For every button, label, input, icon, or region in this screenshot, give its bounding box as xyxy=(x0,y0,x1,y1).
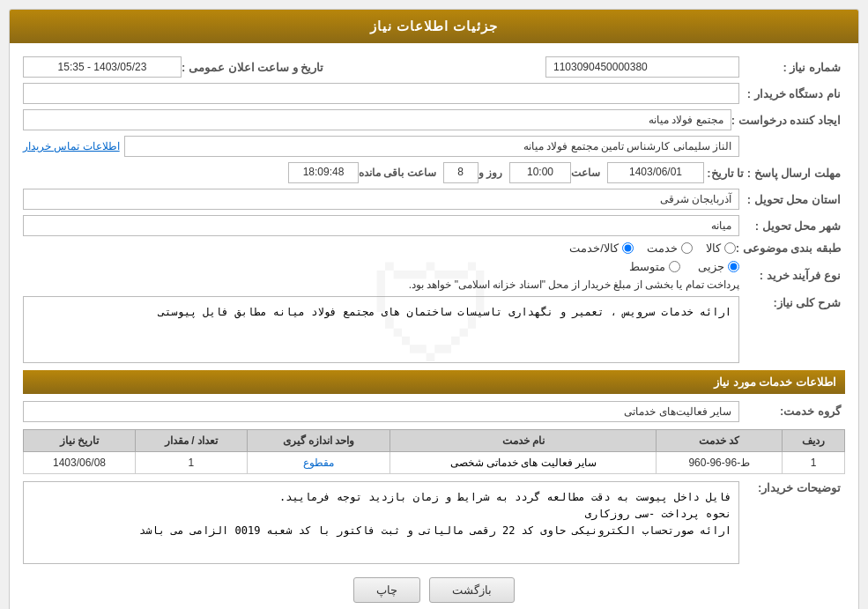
city-label: شهر محل تحویل : xyxy=(739,219,845,233)
purchase-type-motevaset-label: متوسط xyxy=(629,260,665,273)
category-option-kala-label: کالا xyxy=(706,241,721,255)
purchase-type-radios: جزیی متوسط xyxy=(23,260,739,273)
category-radio-group: کالا خدمت کالا/خدمت xyxy=(23,241,736,255)
category-label: طبقه بندی موضوعی : xyxy=(736,241,845,255)
page-title: جزئیات اطلاعات نیاز xyxy=(370,19,498,33)
category-row: طبقه بندی موضوعی : کالا خدمت کالا/خدمت xyxy=(23,241,845,255)
creator-value: مجتمع فولاد میانه xyxy=(23,109,731,130)
need-number-value: 1103090450000380 xyxy=(545,56,739,78)
service-group-value: سایر فعالیت‌های خدماتی xyxy=(23,401,739,422)
service-group-label: گروه خدمت: xyxy=(739,405,845,418)
creator-row: ایجاد کننده درخواست : مجتمع فولاد میانه xyxy=(23,109,845,130)
province-value: آذربایجان شرقی xyxy=(23,189,739,210)
category-option-kala-khedmat-label: کالا/خدمت xyxy=(569,241,619,255)
announcement-date-label: تاریخ و ساعت اعلان عمومی : xyxy=(182,61,328,74)
category-option-kala-khedmat[interactable]: کالا/خدمت xyxy=(569,241,634,255)
need-number-row: شماره نیاز : 1103090450000380 تاریخ و سا… xyxy=(23,56,845,78)
time-label: ساعت xyxy=(571,167,600,179)
creator-label: ایجاد کننده درخواست : xyxy=(731,114,845,127)
remaining-value: 18:09:48 xyxy=(288,162,359,183)
province-label: استان محل تحویل : xyxy=(739,193,845,206)
contact-link[interactable]: اطلاعات تماس خریدار xyxy=(23,140,120,152)
col-header-qty: تعداد / مقدار xyxy=(135,429,247,451)
deadline-date-value: 1403/06/01 xyxy=(607,162,704,183)
purchase-type-row: نوع فرآیند خرید : جزیی متوسط پرداخت تمام… xyxy=(23,260,845,291)
purchase-type-options: جزیی متوسط پرداخت تمام یا بخشی از مبلغ خ… xyxy=(23,260,739,291)
need-description-textarea[interactable] xyxy=(23,296,739,363)
purchase-note: پرداخت تمام یا بخشی از مبلغ خریدار از مح… xyxy=(23,279,739,291)
need-description-row: شرح کلی نیاز: xyxy=(23,296,845,363)
services-info-label: اطلاعات خدمات مورد نیاز xyxy=(714,375,836,389)
buyer-notes-row: توضیحات خریدار: xyxy=(23,481,845,565)
table-cell-row-num: 1 xyxy=(783,451,845,473)
category-option-khedmat[interactable]: خدمت xyxy=(647,241,693,255)
col-header-name: نام خدمت xyxy=(390,429,657,451)
creator-detail-value: الناز سلیمانی کارشناس تامین مجتمع فولاد … xyxy=(124,136,739,157)
category-option-khedmat-label: خدمت xyxy=(647,241,678,255)
day-value: 8 xyxy=(443,162,479,183)
purchase-type-motevaset[interactable]: متوسط xyxy=(629,260,680,273)
button-row: بازگشت چاپ xyxy=(23,573,845,607)
purchase-type-jozi[interactable]: جزیی xyxy=(698,260,739,273)
need-number-label: شماره نیاز : xyxy=(739,61,845,74)
col-header-date: تاریخ نیاز xyxy=(24,429,136,451)
category-option-kala[interactable]: کالا xyxy=(706,241,736,255)
col-header-row: ردیف xyxy=(783,429,845,451)
services-table: ردیف کد خدمت نام خدمت واحد اندازه گیری ت… xyxy=(23,429,845,474)
table-cell-service-code: ط-96-96-960 xyxy=(657,451,783,473)
service-group-row: گروه خدمت: سایر فعالیت‌های خدماتی xyxy=(23,401,845,422)
services-section-header: اطلاعات خدمات مورد نیاز xyxy=(23,370,845,394)
province-row: استان محل تحویل : آذربایجان شرقی xyxy=(23,189,845,210)
deadline-label: مهلت ارسال پاسخ : تا تاریخ: xyxy=(704,167,845,180)
table-cell-service-name: سایر فعالیت های خدماتی شخصی xyxy=(390,451,657,473)
city-value: میانه xyxy=(23,215,739,236)
buyer-notes-label: توضیحات خریدار: xyxy=(739,481,845,494)
table-row: 1 ط-96-96-960 سایر فعالیت های خدماتی شخص… xyxy=(24,451,845,473)
back-button[interactable]: بازگشت xyxy=(429,577,515,603)
page-header: جزئیات اطلاعات نیاز xyxy=(10,10,858,43)
buyer-org-value xyxy=(23,83,739,104)
deadline-row: مهلت ارسال پاسخ : تا تاریخ: 1403/06/01 س… xyxy=(23,162,845,183)
city-row: شهر محل تحویل : میانه xyxy=(23,215,845,236)
buyer-org-row: نام دستگاه خریدار : xyxy=(23,83,845,104)
col-header-unit: واحد اندازه گیری xyxy=(247,429,390,451)
purchase-type-jozi-label: جزیی xyxy=(698,260,724,273)
buyer-notes-textarea[interactable] xyxy=(23,481,739,565)
table-cell-quantity: 1 xyxy=(135,451,247,473)
time-value: 10:00 xyxy=(509,162,571,183)
table-cell-unit: مقطوع xyxy=(247,451,390,473)
purchase-type-label: نوع فرآیند خرید : xyxy=(739,269,845,282)
table-cell-date: 1403/06/08 xyxy=(24,451,136,473)
print-button[interactable]: چاپ xyxy=(353,577,420,603)
col-header-code: کد خدمت xyxy=(657,429,783,451)
announcement-date-value: 1403/05/23 - 15:35 xyxy=(23,56,182,78)
creator-detail-row: الناز سلیمانی کارشناس تامین مجتمع فولاد … xyxy=(23,136,845,157)
remaining-label: ساعت باقی مانده xyxy=(359,167,436,179)
day-label: روز و xyxy=(479,167,502,179)
need-description-label: شرح کلی نیاز: xyxy=(739,296,845,309)
buyer-org-label: نام دستگاه خریدار : xyxy=(739,87,845,100)
